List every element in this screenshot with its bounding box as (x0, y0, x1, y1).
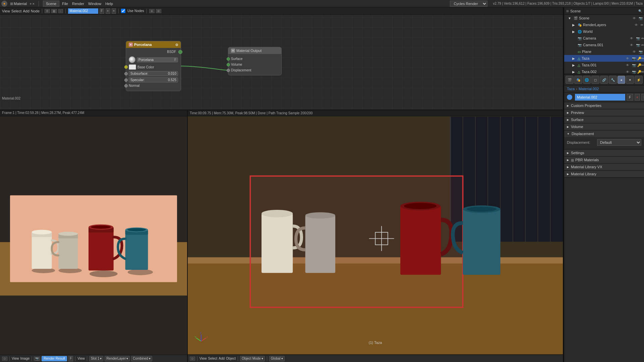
cam001-cam[interactable]: 📷 (636, 43, 641, 47)
global-selector[interactable]: Global ▾ (269, 356, 285, 361)
vb-object[interactable]: Object (226, 357, 236, 360)
breadcrumb-taza[interactable]: Taza (567, 87, 575, 91)
normal-socket[interactable] (124, 84, 128, 87)
cam001-edit-btn[interactable]: ✏ (641, 43, 644, 47)
outliner-item-scene[interactable]: ▼ 🎬 Scene 👁 📷 (564, 15, 644, 21)
rb-view-btn2[interactable]: View (77, 357, 85, 360)
taza001-key[interactable]: 🔑 (637, 63, 641, 67)
mat-lib-header[interactable]: ▶ Material Library (564, 171, 644, 177)
taza002-eye[interactable]: 👁 (626, 70, 631, 73)
render-result-label[interactable]: Render Result (42, 356, 67, 361)
taza002-cam[interactable]: 📷 (632, 70, 637, 73)
prop-tab-material[interactable]: ● (618, 76, 626, 84)
prop-tab-render[interactable]: 🎬 (566, 76, 574, 84)
prop-tab-scene[interactable]: 🎭 (574, 76, 582, 84)
ne-node[interactable]: Node (31, 9, 40, 13)
scene-cam-icon[interactable]: 📷 (639, 16, 643, 20)
app-icon[interactable]: ● (1, 1, 7, 7)
data-btn[interactable]: Data (641, 94, 644, 101)
scene-selector[interactable]: Scene (43, 1, 59, 7)
volume-header[interactable]: ▶ Volume (564, 123, 644, 130)
displacement-header[interactable]: ▼ Displacement (564, 130, 644, 137)
subsurface-field[interactable]: Subsurface: 0.010 (129, 71, 178, 76)
taza001-edit[interactable]: ✏ (641, 63, 644, 67)
node-collapse-icon[interactable]: ▼ (129, 43, 133, 47)
outliner-item-taza001[interactable]: ▶ △ Taza.001 👁 📷 🔑 ✏ (564, 62, 644, 68)
rb-icon[interactable]: ⊙ (2, 357, 7, 361)
shader-type-field[interactable]: Porcelana F (137, 57, 178, 62)
cam-edit-btn[interactable]: ✏ (641, 37, 644, 40)
cam-eye[interactable]: 👁 (630, 37, 635, 40)
subsurface-socket[interactable] (124, 72, 128, 75)
camera-icon[interactable]: 📷 (34, 357, 40, 361)
breadcrumb-material[interactable]: Material.002 (579, 87, 599, 91)
outliner-item-plane[interactable]: ▭ Plane 👁 📷 (564, 48, 644, 55)
use-nodes-checkbox[interactable] (121, 9, 125, 13)
taza001-eye[interactable]: 👁 (626, 63, 631, 67)
vb-view[interactable]: View (199, 357, 207, 360)
prop-tab-modifier[interactable]: 🔧 (609, 76, 617, 84)
slot-selector[interactable]: Slot 1 ▾ (89, 356, 104, 361)
material-output-node[interactable]: ▼ Material Output Surface Volume (228, 47, 282, 75)
ne-zoom-btn[interactable]: ⊕ (149, 9, 155, 13)
ne-grid-btn[interactable]: ⊞ (156, 9, 161, 13)
plane-eye[interactable]: 👁 (633, 50, 637, 53)
taza-cam[interactable]: 📷 (632, 57, 637, 60)
displacement-input-socket[interactable] (227, 69, 230, 72)
volume-input-socket[interactable] (227, 63, 230, 66)
vb-select[interactable]: Select (208, 357, 218, 360)
outliner-item-camera001[interactable]: 📷 Camera.001 👁 📷 ✏ (564, 42, 644, 48)
render-engine-selector[interactable]: Cycles Render Blender Render Blender Gam… (450, 1, 487, 7)
taza002-edit[interactable]: ✏ (641, 70, 644, 74)
object-mode-selector[interactable]: Object Mode ▾ (240, 356, 265, 361)
ne-icon-btn[interactable]: ⚙ (45, 9, 50, 13)
specular-field[interactable]: Specular: 0.525 (129, 77, 178, 82)
node-editor[interactable]: View Select Add Node ⚙ ▦ ○ F + × Use Nod… (0, 7, 563, 110)
editor-type-selector[interactable]: ▦ Material (10, 2, 27, 6)
ne-icon-btn2[interactable]: ▦ (51, 9, 57, 13)
preview-header[interactable]: ▶ Preview (564, 109, 644, 116)
menu-help[interactable]: Help (105, 2, 113, 6)
taza-edit-icon[interactable]: ✏ (641, 57, 644, 60)
render-viewport[interactable] (0, 116, 187, 355)
close-editor-btn[interactable]: × (33, 2, 35, 6)
pbr-header[interactable]: ▶ ▦ PBR Materials (564, 157, 644, 163)
displacement-value-dropdown[interactable]: Default Bump Only Displacement Only Both (597, 139, 641, 146)
add-editor-btn[interactable]: + (30, 2, 32, 6)
base-color-swatch[interactable] (129, 64, 136, 70)
outliner-item-taza[interactable]: ▶ △ Taza 👁 📷 🔑 ✏ (564, 55, 644, 62)
principled-bsdf-node[interactable]: ▼ Porcelana ⊙ BSDF Porcelana (126, 41, 181, 91)
vb-icon[interactable]: ⊙ (190, 357, 195, 361)
outliner-item-world[interactable]: ▶ 🌐 World (564, 28, 644, 35)
menu-file[interactable]: File (62, 2, 68, 6)
cam001-eye[interactable]: 👁 (630, 43, 635, 47)
ne-f-btn[interactable]: F (100, 8, 104, 14)
custom-props-header[interactable]: ▶ Custom Properties (564, 102, 644, 109)
outliner-search-btn[interactable]: 🔍 (638, 9, 642, 13)
outliner-item-camera[interactable]: 📷 Camera 👁 📷 ✏ (564, 35, 644, 42)
prop-tab-object[interactable]: ◻ (591, 76, 599, 84)
material-name-field[interactable] (575, 94, 625, 101)
scene-eye-icon[interactable]: 👁 (633, 16, 637, 20)
node-options-icon[interactable]: ⊙ (175, 43, 178, 47)
bsdf-output-socket[interactable] (178, 50, 182, 54)
image-btn[interactable]: Image (20, 357, 30, 360)
prop-tab-physics[interactable]: ⚡ (635, 76, 643, 84)
material-f-btn[interactable]: F (627, 94, 633, 101)
output-collapse-icon[interactable]: ▼ (231, 49, 235, 53)
prop-tab-particles[interactable]: ✦ (626, 76, 634, 84)
ne-x-btn[interactable]: × (112, 8, 116, 14)
material-remove-btn[interactable]: × (635, 94, 640, 101)
outliner-item-taza002[interactable]: ▶ △ Taza.002 👁 📷 🔑 ✏ (564, 68, 644, 74)
taza001-cam[interactable]: 📷 (632, 63, 637, 67)
surface-header[interactable]: ▶ Surface (564, 116, 644, 123)
menu-window[interactable]: Window (88, 2, 101, 6)
cam-cam-icon[interactable]: 📷 (636, 37, 641, 40)
outliner-item-renderlayers[interactable]: ▶ 🎭 RenderLayers 👁 ✏ (564, 21, 644, 28)
ne-icon-btn3[interactable]: ○ (58, 9, 63, 13)
taza-eye[interactable]: 👁 (626, 57, 631, 60)
ne-plus-btn[interactable]: + (106, 8, 110, 14)
rl-eye[interactable]: 👁 (635, 23, 639, 26)
view-btn[interactable]: View (12, 357, 19, 360)
menu-render[interactable]: Render (72, 2, 84, 6)
